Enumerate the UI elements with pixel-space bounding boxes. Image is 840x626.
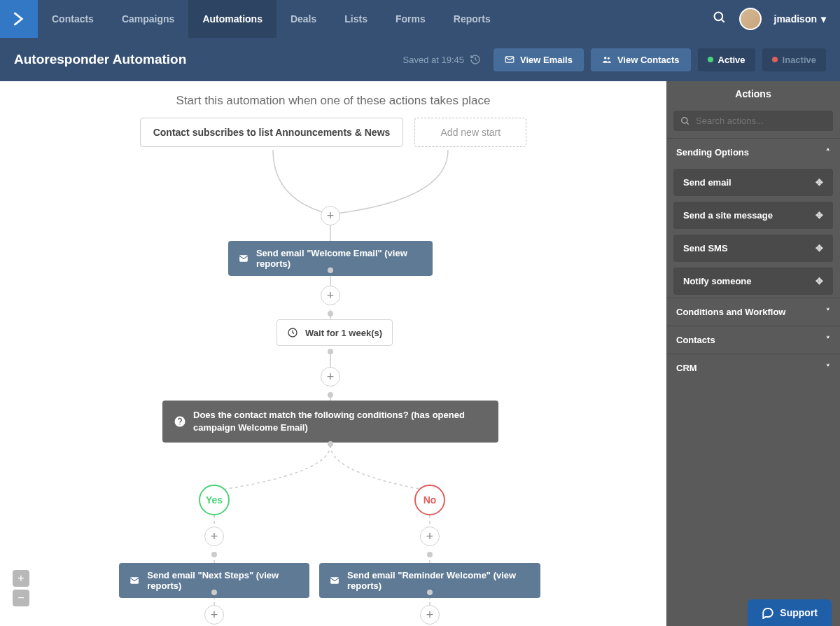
chevron-down-icon: ˅ [826, 363, 830, 373]
connector-dot [328, 311, 333, 317]
svg-line-23 [687, 122, 689, 124]
nav-contacts[interactable]: Contacts [38, 0, 108, 38]
nav-items: Contacts Campaigns Automations Deals Lis… [38, 0, 505, 38]
svg-point-3 [604, 57, 607, 60]
actions-sidebar: Actions Sending Options ˄ Send email ✥ S… [666, 81, 840, 626]
nav-reports[interactable]: Reports [440, 0, 505, 38]
node-condition[interactable]: Does the contact match the following con… [162, 401, 498, 443]
support-button[interactable]: Support [748, 599, 832, 626]
mail-icon [238, 253, 249, 263]
connector-dot [328, 392, 333, 398]
username-label: jmadison [774, 13, 817, 25]
nav-lists[interactable]: Lists [330, 0, 382, 38]
svg-line-1 [721, 20, 724, 22]
action-send-site-message[interactable]: Send a site message ✥ [673, 202, 833, 229]
connector-dot [427, 590, 433, 595]
section-sending-options[interactable]: Sending Options ˄ [666, 138, 840, 166]
move-icon: ✥ [816, 177, 823, 188]
search-icon [680, 116, 690, 126]
subheader: Autoresponder Automation Saved at 19:45 … [0, 38, 840, 81]
action-send-sms[interactable]: Send SMS ✥ [673, 235, 833, 262]
search-icon[interactable] [713, 11, 727, 27]
section-conditions[interactable]: Conditions and Workflow ˅ [666, 298, 840, 326]
add-step-button[interactable]: + [420, 605, 440, 625]
sidebar-search[interactable] [673, 111, 833, 131]
caret-down-icon: ▾ [821, 13, 826, 25]
node-wait[interactable]: Wait for 1 week(s) [276, 319, 393, 346]
page-title: Autoresponder Automation [14, 52, 186, 67]
branch-no[interactable]: No [414, 485, 445, 515]
active-dot-icon [708, 57, 713, 62]
zoom-out-button[interactable]: − [13, 590, 29, 606]
view-emails-button[interactable]: View Emails [493, 48, 584, 71]
add-step-button[interactable]: + [321, 286, 340, 305]
connector-dot [427, 552, 433, 557]
connector-dot [328, 267, 333, 273]
svg-point-4 [608, 57, 610, 60]
sidebar-title: Actions [666, 81, 840, 106]
add-new-start-button[interactable]: Add new start [414, 118, 526, 147]
mail-icon [129, 576, 140, 585]
chevron-down-icon: ˅ [826, 335, 830, 345]
mail-icon [505, 55, 514, 64]
view-contacts-button[interactable]: View Contacts [591, 48, 691, 71]
add-step-button[interactable]: + [321, 206, 340, 225]
automation-canvas[interactable]: Start this automation when one of these … [0, 81, 666, 626]
status-inactive[interactable]: Inactive [762, 48, 826, 71]
add-step-button[interactable]: + [204, 527, 224, 546]
action-notify-someone[interactable]: Notify someone ✥ [673, 267, 833, 295]
clock-icon [287, 327, 298, 338]
people-icon [602, 55, 612, 64]
zoom-in-button[interactable]: + [13, 570, 29, 587]
start-heading: Start this automation when one of these … [0, 81, 666, 108]
question-icon [174, 415, 186, 429]
history-icon[interactable] [470, 54, 481, 65]
zoom-controls: + − [13, 570, 29, 606]
nav-automations[interactable]: Automations [188, 0, 276, 38]
chevron-up-icon: ˄ [826, 148, 830, 157]
avatar[interactable] [739, 8, 762, 30]
section-crm[interactable]: CRM ˅ [666, 354, 840, 382]
svg-point-19 [179, 424, 181, 425]
branch-yes[interactable]: Yes [199, 485, 230, 515]
chevron-down-icon: ˅ [826, 307, 830, 317]
add-step-button[interactable]: + [204, 605, 224, 625]
logo[interactable] [0, 0, 38, 38]
status-active[interactable]: Active [698, 48, 755, 71]
action-send-email[interactable]: Send email ✥ [673, 169, 833, 196]
connector-dot [211, 552, 217, 557]
user-menu[interactable]: jmadison ▾ [774, 13, 826, 25]
mail-icon [329, 576, 340, 585]
nav-deals[interactable]: Deals [276, 0, 330, 38]
section-contacts[interactable]: Contacts ˅ [666, 326, 840, 354]
top-nav: Contacts Campaigns Automations Deals Lis… [0, 0, 840, 38]
nav-forms[interactable]: Forms [382, 0, 440, 38]
add-step-button[interactable]: + [321, 367, 340, 387]
search-input[interactable] [696, 116, 826, 126]
inactive-dot-icon [772, 57, 778, 62]
nav-campaigns[interactable]: Campaigns [108, 0, 188, 38]
saved-status: Saved at 19:45 [403, 54, 481, 65]
move-icon: ✥ [816, 243, 823, 253]
svg-point-0 [714, 13, 722, 21]
svg-point-22 [682, 117, 687, 123]
move-icon: ✥ [816, 276, 823, 286]
move-icon: ✥ [816, 210, 823, 221]
connector-dot [211, 590, 217, 595]
connector-dot [328, 349, 333, 354]
start-trigger-card[interactable]: Contact subscribes to list Announcements… [140, 118, 404, 147]
chat-icon [762, 606, 774, 619]
add-step-button[interactable]: + [420, 527, 440, 546]
connector-dot [328, 441, 333, 447]
